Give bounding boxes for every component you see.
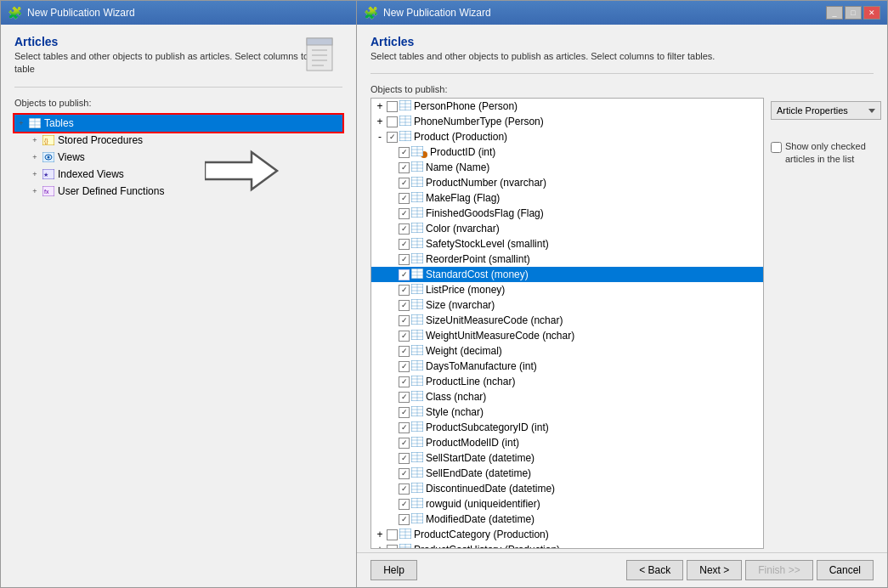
style-checkbox[interactable]: ✓ [399,407,410,418]
row-productcosthistory[interactable]: + ProductCostHistory (Production) [371,542,763,549]
productsubcategoryid-checkbox[interactable]: ✓ [399,422,410,433]
tree-item-user-functions[interactable]: + fx User Defined Functions [14,183,342,200]
reorderpoint-checkbox[interactable]: ✓ [399,254,410,265]
productcosthistory-expander[interactable]: + [373,544,387,549]
size-label: Size (nvarchar) [426,299,495,311]
row-phonenumbertype[interactable]: + PhoneNumberType (Person) [371,114,763,129]
row-personphone[interactable]: + PersonPhone (Person) [371,99,763,114]
phonenumbertype-checkbox[interactable] [387,116,398,127]
sellstartdate-checkbox[interactable]: ✓ [399,453,410,464]
window-controls[interactable]: _ □ ✕ [826,6,880,20]
row-sellstartdate[interactable]: ✓ SellStartDate (datetime) [371,450,763,466]
right-heading: Articles [370,35,874,48]
finishedgoodsflag-label: FinishedGoodsFlag (Flag) [426,207,544,219]
row-discontinueddate[interactable]: ✓ DiscontinuedDate (datetime) [371,481,763,496]
svg-rect-1 [307,38,332,45]
row-modifieddate[interactable]: ✓ ModifiedDate (datetime) [371,512,763,527]
row-color[interactable]: ✓ Color (nvarchar) [371,221,763,236]
productid-checkbox[interactable]: ✓ [399,147,410,158]
tables-expander[interactable]: + [14,116,28,130]
product-checkbox[interactable]: ✓ [387,132,398,143]
article-props-label: Article Properties [777,105,848,116]
listprice-checkbox[interactable]: ✓ [399,285,410,296]
row-style[interactable]: ✓ Style (nchar) [371,404,763,420]
stored-procedures-expander[interactable]: + [28,133,42,147]
tree-item-tables[interactable]: + Tables [14,115,342,132]
show-checked-checkbox[interactable] [771,142,782,153]
finish-button[interactable]: Finish >> [745,560,812,580]
sellenddate-label: SellEndDate (datetime) [426,467,531,479]
sizeunitmeasurecode-checkbox[interactable]: ✓ [399,315,410,326]
name-checkbox[interactable]: ✓ [399,162,410,173]
row-makeflag[interactable]: ✓ MakeFlag (Flag) [371,190,763,206]
makeflag-checkbox[interactable]: ✓ [399,193,410,204]
daystomanufacture-checkbox[interactable]: ✓ [399,361,410,372]
tree-item-stored-procedures[interactable]: + {} Stored Procedures [14,132,342,149]
article-properties-button[interactable]: Article Properties [771,101,881,120]
row-productid[interactable]: ✓ ProductID (int) [371,144,763,160]
row-productcategory[interactable]: + ProductCategory (Production) [371,527,763,542]
row-rowguid[interactable]: ✓ rowguid (uniqueidentifier) [371,496,763,512]
row-finishedgoodsflag[interactable]: ✓ FinishedGoodsFlag (Flag) [371,206,763,221]
help-button[interactable]: Help [370,560,417,580]
row-name[interactable]: ✓ Name (Name) [371,160,763,175]
standardcost-checkbox[interactable]: ✓ [399,269,410,280]
tree-item-indexed-views[interactable]: + ★ Indexed Views [14,166,342,183]
productnumber-checkbox[interactable]: ✓ [399,178,410,189]
modifieddate-checkbox[interactable]: ✓ [399,514,410,525]
size-checkbox[interactable]: ✓ [399,300,410,311]
close-button[interactable]: ✕ [863,6,880,20]
row-productsubcategoryid[interactable]: ✓ ProductSubcategoryID (int) [371,420,763,435]
views-expander[interactable]: + [28,150,42,164]
row-listprice[interactable]: ✓ ListPrice (money) [371,282,763,297]
left-tree-container[interactable]: + Tables + {} Stored Procedures [1,111,356,587]
row-product[interactable]: - ✓ Product (Production) [371,129,763,144]
personphone-expander[interactable]: + [373,100,387,112]
user-functions-expander[interactable]: + [28,184,42,198]
weightunitmeasurecode-checkbox[interactable]: ✓ [399,331,410,342]
productcosthistory-label: ProductCostHistory (Production) [414,544,560,549]
row-productline[interactable]: ✓ ProductLine (nchar) [371,374,763,389]
rowguid-checkbox[interactable]: ✓ [399,499,410,510]
product-expander[interactable]: - [373,131,387,143]
safetystocklevel-checkbox[interactable]: ✓ [399,239,410,250]
tree-item-views[interactable]: + Views [14,149,342,166]
back-button[interactable]: < Back [626,560,683,580]
productcategory-checkbox[interactable] [387,529,398,540]
indexed-views-expander[interactable]: + [28,167,42,181]
color-col-icon [411,223,423,235]
productcategory-expander[interactable]: + [373,529,387,540]
row-productmodelid[interactable]: ✓ ProductModelID (int) [371,435,763,450]
sizeunitmeasurecode-label: SizeUnitMeasureCode (nchar) [426,314,563,326]
next-button[interactable]: Next > [687,560,742,580]
makeflag-col-icon [411,192,423,205]
row-weightunitmeasurecode[interactable]: ✓ WeightUnitMeasureCode (nchar) [371,328,763,343]
productcosthistory-checkbox[interactable] [387,545,398,549]
discontinueddate-checkbox[interactable]: ✓ [399,483,410,495]
row-reorderpoint[interactable]: ✓ ReorderPoint (smallint) [371,252,763,267]
row-weight[interactable]: ✓ Weight (decimal) [371,343,763,359]
row-daystomanufacture[interactable]: ✓ DaysToManufacture (int) [371,359,763,374]
row-productnumber[interactable]: ✓ ProductNumber (nvarchar) [371,175,763,190]
class-checkbox[interactable]: ✓ [399,392,410,403]
row-sellenddate[interactable]: ✓ SellEndDate (datetime) [371,466,763,481]
cancel-button[interactable]: Cancel [817,560,874,580]
weight-checkbox[interactable]: ✓ [399,346,410,357]
row-size[interactable]: ✓ Size (nvarchar) [371,297,763,313]
minimize-button[interactable]: _ [826,6,843,20]
row-sizeunitmeasurecode[interactable]: ✓ SizeUnitMeasureCode (nchar) [371,313,763,328]
productmodelid-checkbox[interactable]: ✓ [399,438,410,449]
phonenumbertype-expander[interactable]: + [373,116,387,127]
row-standardcost[interactable]: ✓ StandardCost (money) [371,267,763,282]
finishedgoodsflag-checkbox[interactable]: ✓ [399,208,410,219]
sellenddate-col-icon [411,467,423,480]
color-checkbox[interactable]: ✓ [399,223,410,235]
personphone-checkbox[interactable] [387,101,398,112]
row-safetystocklevel[interactable]: ✓ SafetyStockLevel (smallint) [371,236,763,252]
productcategory-label: ProductCategory (Production) [414,529,549,540]
sellenddate-checkbox[interactable]: ✓ [399,468,410,479]
maximize-button[interactable]: □ [845,6,862,20]
productline-checkbox[interactable]: ✓ [399,376,410,387]
row-class[interactable]: ✓ Class (nchar) [371,389,763,404]
right-tree-list[interactable]: + PersonPhone (Person) + PhoneNumberType… [370,98,764,549]
